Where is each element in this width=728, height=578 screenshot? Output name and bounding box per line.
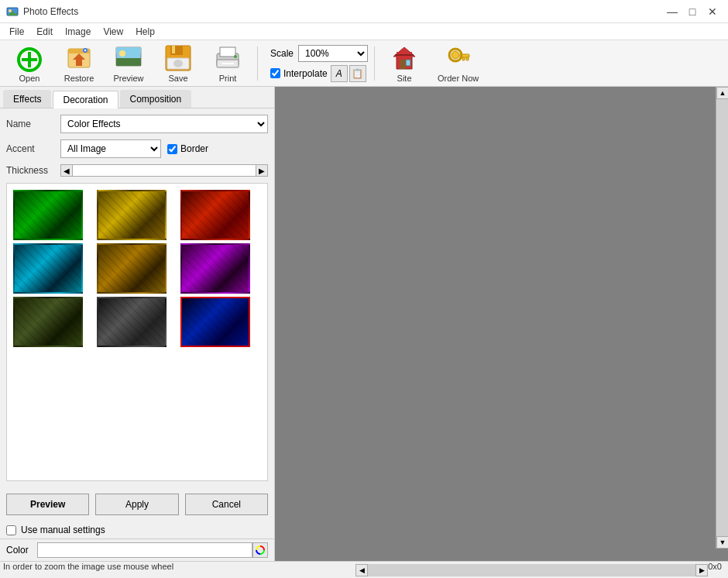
slider-track[interactable] — [73, 164, 256, 177]
toolbar-separator-1 — [257, 46, 258, 81]
slider-right-arrow[interactable]: ▶ — [256, 164, 268, 177]
preview-toolbar-label: Preview — [113, 74, 143, 83]
accent-control: All Image Center Edges Border — [60, 139, 208, 158]
preview-toolbar-button[interactable]: Preview — [105, 40, 152, 87]
menu-file[interactable]: File — [3, 25, 30, 39]
thickness-slider: ◀ ▶ — [60, 164, 268, 177]
cancel-button[interactable]: Cancel — [185, 494, 268, 515]
font-b-button[interactable]: 📋 — [349, 65, 366, 82]
open-button[interactable]: Open — [6, 40, 53, 87]
site-label: Site — [397, 74, 412, 83]
name-label: Name — [6, 119, 60, 129]
font-buttons: A 📋 — [331, 65, 366, 82]
maximize-button[interactable]: □ — [683, 2, 702, 21]
order-now-icon — [445, 44, 472, 72]
thumb-cyan[interactable] — [13, 243, 83, 294]
thumb-green[interactable] — [13, 190, 83, 240]
tab-decoration[interactable]: Decoration — [53, 91, 118, 108]
order-now-label: Order Now — [438, 74, 479, 83]
site-button[interactable]: Site — [381, 40, 428, 87]
svg-point-31 — [452, 51, 459, 59]
thumb-gray[interactable] — [97, 297, 167, 347]
restore-icon — [65, 44, 93, 72]
manual-settings-checkbox[interactable] — [6, 525, 16, 535]
name-select[interactable]: Color Effects Sepia Grayscale — [60, 115, 268, 133]
slider-left-arrow[interactable]: ◀ — [60, 164, 73, 177]
print-button[interactable]: Print — [204, 40, 251, 87]
main-layout: Effects Decoration Composition Name Colo… — [0, 87, 728, 561]
accent-label: Accent — [6, 143, 60, 154]
order-now-button[interactable]: Order Now — [431, 40, 486, 87]
title-bar-left: Photo Effects — [6, 5, 78, 18]
restore-button[interactable]: Restore — [56, 40, 102, 87]
thickness-row: Thickness ◀ ▶ — [6, 164, 268, 177]
scroll-down-button[interactable]: ▼ — [716, 536, 728, 549]
print-icon — [214, 44, 242, 72]
color-label: Color — [6, 545, 37, 556]
thumb-red[interactable] — [180, 190, 250, 240]
svg-point-12 — [119, 50, 125, 57]
menu-help[interactable]: Help — [129, 25, 161, 39]
accent-select[interactable]: All Image Center Edges — [60, 139, 161, 158]
menu-view[interactable]: View — [97, 25, 129, 39]
toolbar-separator-2 — [374, 46, 375, 81]
border-check: Border — [167, 143, 208, 154]
svg-rect-28 — [395, 54, 414, 56]
thumb-yellow[interactable] — [97, 190, 167, 240]
app-icon — [6, 5, 19, 18]
font-a-button[interactable]: A — [331, 65, 348, 82]
border-checkbox[interactable] — [167, 144, 177, 154]
scroll-right-button[interactable]: ▶ — [695, 564, 708, 576]
thumbnail-grid — [6, 183, 268, 481]
scale-row: Scale 100% 50% 200% — [270, 45, 368, 62]
restore-label: Restore — [64, 74, 94, 83]
toolbar: Open Restore Preview — [0, 40, 728, 87]
svg-point-17 — [173, 60, 183, 67]
vertical-scrollbar: ▲ ▼ — [716, 87, 728, 549]
canvas-area: ▲ ▼ — [275, 87, 728, 561]
svg-rect-33 — [466, 57, 469, 60]
color-row: Color — [0, 538, 274, 561]
thumb-blue[interactable] — [180, 297, 250, 347]
scale-area: Scale 100% 50% 200% Interpolate A 📋 — [270, 45, 368, 82]
svg-rect-11 — [116, 58, 141, 66]
save-button[interactable]: Save — [155, 40, 201, 87]
svg-point-1 — [9, 9, 12, 12]
color-input[interactable] — [37, 542, 252, 558]
tabs: Effects Decoration Composition — [0, 87, 274, 108]
menu-edit[interactable]: Edit — [30, 25, 59, 39]
manual-settings-row: Use manual settings — [0, 521, 274, 538]
color-picker-button[interactable] — [252, 542, 268, 558]
thumb-purple[interactable] — [180, 243, 250, 294]
scroll-left-button[interactable]: ◀ — [355, 564, 368, 576]
preview-icon — [115, 44, 143, 72]
title-controls: — □ ✕ — [663, 2, 722, 21]
close-button[interactable]: ✕ — [703, 2, 722, 21]
apply-button[interactable]: Apply — [95, 494, 178, 515]
svg-marker-27 — [397, 47, 412, 54]
tab-composition[interactable]: Composition — [120, 90, 192, 108]
scroll-up-button[interactable]: ▲ — [716, 87, 728, 99]
save-label: Save — [168, 74, 187, 83]
scale-select[interactable]: 100% 50% 200% — [298, 45, 368, 62]
horizontal-scrollbar: ◀ ▶ — [355, 562, 708, 578]
minimize-button[interactable]: — — [663, 2, 682, 21]
thumb-darkyellow[interactable] — [97, 243, 167, 294]
menu-bar: File Edit Image View Help — [0, 23, 728, 40]
open-icon — [15, 44, 43, 72]
status-bar: In order to zoom the image use mouse whe… — [0, 561, 728, 578]
hscroll-track[interactable] — [368, 564, 695, 576]
menu-image[interactable]: Image — [59, 25, 97, 39]
interpolate-checkbox[interactable] — [270, 68, 280, 78]
preview-button[interactable]: Preview — [6, 494, 89, 515]
status-coords: 0x0 — [708, 562, 728, 578]
interpolate-label: Interpolate — [283, 68, 328, 79]
scroll-track-v[interactable] — [716, 99, 728, 536]
print-label: Print — [219, 74, 237, 83]
tab-effects[interactable]: Effects — [3, 90, 51, 108]
open-label: Open — [19, 74, 40, 83]
svg-rect-25 — [406, 60, 410, 66]
svg-rect-19 — [220, 47, 235, 57]
thumb-darkgray[interactable] — [13, 297, 83, 347]
site-icon — [390, 44, 418, 72]
